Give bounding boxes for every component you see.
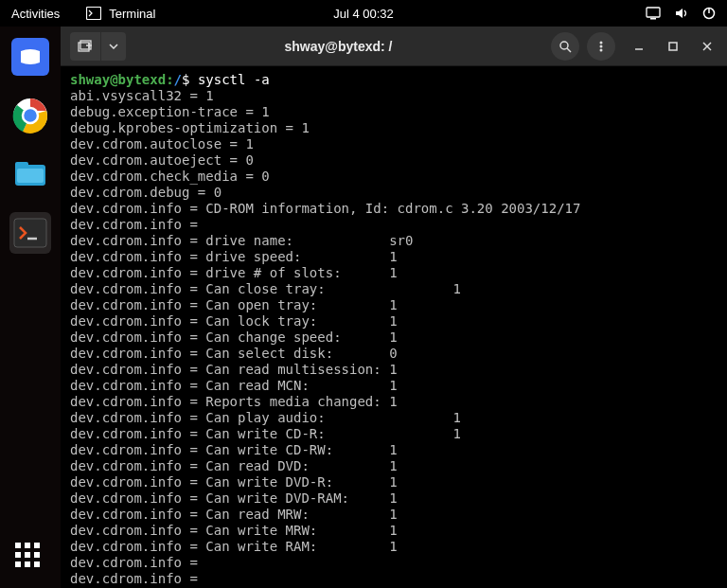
- svg-rect-1: [647, 8, 660, 17]
- output-line: abi.vsyscall32 = 1: [70, 88, 718, 104]
- prompt-path: /: [174, 72, 182, 87]
- menu-button[interactable]: [587, 32, 615, 61]
- command-text: sysctl -a: [189, 72, 269, 87]
- output-line: dev.cdrom.info = Reports media changed: …: [70, 394, 718, 410]
- new-tab-icon: [70, 32, 101, 61]
- active-app-indicator[interactable]: Terminal: [86, 7, 155, 21]
- output-line: dev.cdrom.info = Can write CD-R: 1: [70, 426, 718, 442]
- dock-item-terminal[interactable]: [9, 212, 51, 254]
- svg-rect-10: [15, 162, 28, 169]
- gnome-topbar: Activities Terminal Jul 4 00:32: [0, 0, 727, 27]
- prompt-line: shway@bytexd:/$ sysctl -a: [70, 72, 718, 88]
- close-button[interactable]: [697, 36, 718, 57]
- window-titlebar: shway@bytexd: /: [61, 27, 727, 66]
- output-line: dev.cdrom.info = Can read MRW: 1: [70, 507, 718, 523]
- output-line: dev.cdrom.info = CD-ROM information, Id:…: [70, 201, 718, 217]
- output-line: dev.cdrom.info = drive # of slots: 1: [70, 265, 718, 281]
- output-line: dev.cdrom.info = Can lock tray: 1: [70, 313, 718, 330]
- svg-rect-24: [669, 43, 677, 50]
- screen-icon[interactable]: [646, 7, 661, 20]
- output-line: dev.cdrom.autoclose = 1: [70, 136, 718, 152]
- output-line: dev.cdrom.info = Can write MRW: 1: [70, 523, 718, 539]
- output-line: dev.cdrom.info =: [70, 217, 718, 233]
- output-line: dev.cdrom.info = Can read MCN: 1: [70, 378, 718, 394]
- terminal-body[interactable]: shway@bytexd:/$ sysctl -aabi.vsyscall32 …: [61, 66, 727, 588]
- search-button[interactable]: [551, 32, 579, 61]
- output-line: dev.cdrom.info =: [70, 571, 718, 587]
- dock-item-software[interactable]: [9, 36, 51, 78]
- chevron-down-icon: [101, 32, 126, 61]
- output-line: dev.cdrom.info = Can change speed: 1: [70, 330, 718, 346]
- output-line: dev.cdrom.info = Can write CD-RW: 1: [70, 442, 718, 458]
- output-line: dev.cdrom.info = Can close tray: 1: [70, 281, 718, 297]
- new-tab-button[interactable]: [70, 32, 126, 61]
- maximize-button[interactable]: [663, 36, 683, 57]
- svg-rect-11: [17, 169, 44, 183]
- output-line: dev.cdrom.info = Can write DVD-R: 1: [70, 474, 718, 490]
- output-line: dev.cdrom.debug = 0: [70, 185, 718, 201]
- dock: [0, 27, 61, 588]
- output-line: dev.cdrom.info = Can play audio: 1: [70, 410, 718, 426]
- svg-point-21: [600, 45, 603, 47]
- output-line: dev.cdrom.info = Can write RAM: 1: [70, 539, 718, 555]
- show-applications-button[interactable]: [15, 543, 45, 573]
- output-line: dev.cdrom.info =: [70, 555, 718, 571]
- dock-item-files[interactable]: [9, 153, 51, 195]
- output-line: dev.cdrom.info = Can write DVD-RAM: 1: [70, 490, 718, 507]
- terminal-icon: [86, 7, 101, 20]
- output-line: debug.exception-trace = 1: [70, 104, 718, 120]
- svg-rect-0: [87, 8, 101, 20]
- output-line: dev.cdrom.info = Can read DVD: 1: [70, 458, 718, 474]
- active-app-name: Terminal: [109, 7, 155, 21]
- minimize-button[interactable]: [629, 36, 649, 57]
- dock-item-chrome[interactable]: [9, 95, 51, 136]
- output-line: dev.cdrom.check_media = 0: [70, 169, 718, 185]
- svg-rect-2: [650, 18, 656, 20]
- output-line: dev.cdrom.info = Can select disk: 0: [70, 346, 718, 362]
- volume-icon[interactable]: [674, 7, 689, 20]
- prompt-user: shway@bytexd: [70, 72, 166, 87]
- svg-point-20: [600, 41, 603, 44]
- svg-point-22: [600, 48, 603, 51]
- output-line: dev.cdrom.info = drive speed: 1: [70, 249, 718, 265]
- svg-line-19: [567, 48, 571, 52]
- window-title: shway@bytexd: /: [133, 39, 543, 54]
- output-line: dev.cdrom.info = drive name: sr0: [70, 233, 718, 249]
- power-icon[interactable]: [702, 7, 716, 20]
- output-line: dev.cdrom.info = Can open tray: 1: [70, 297, 718, 313]
- clock[interactable]: Jul 4 00:32: [333, 7, 394, 21]
- output-line: dev.cdrom.autoeject = 0: [70, 152, 718, 169]
- output-line: debug.kprobes-optimization = 1: [70, 120, 718, 136]
- activities-button[interactable]: Activities: [11, 7, 60, 21]
- output-line: dev.cdrom.info = Can read multisession: …: [70, 362, 718, 378]
- svg-point-18: [560, 42, 568, 49]
- terminal-window: shway@bytexd: / shway@bytexd:/$ sysctl -…: [61, 27, 727, 588]
- svg-rect-12: [14, 219, 46, 247]
